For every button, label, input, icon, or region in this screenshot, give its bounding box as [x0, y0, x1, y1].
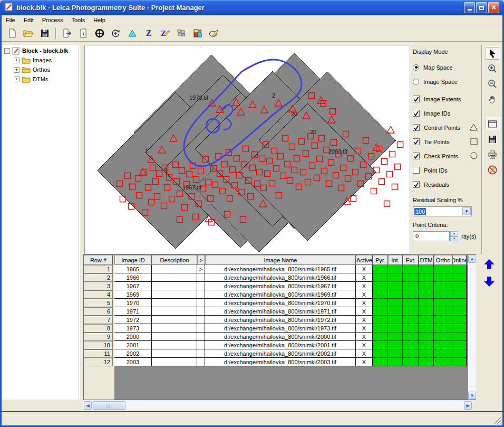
pan-hand-icon[interactable]	[485, 92, 500, 106]
tree-item-images[interactable]: +Images	[2, 55, 79, 65]
cell-active-flag[interactable]: X	[356, 358, 373, 366]
cell-image-name[interactable]: d:/exchange/mihailovka_800/snimki/1969.t…	[205, 290, 356, 299]
point-criteria-input[interactable]: 0	[413, 231, 450, 241]
status-cell-int[interactable]	[388, 341, 403, 349]
export-page-icon[interactable]	[60, 26, 74, 40]
cell-image-name[interactable]: d:/exchange/mihailovka_800/snimki/1966.t…	[205, 273, 356, 282]
row-number-button[interactable]: 9	[84, 333, 113, 341]
status-cell-int[interactable]	[388, 265, 403, 273]
maximize-button[interactable]	[476, 2, 487, 13]
status-cell-pyr[interactable]	[373, 333, 388, 341]
cell-description[interactable]	[152, 324, 197, 333]
cell-description[interactable]	[152, 290, 197, 299]
cell-active-flag[interactable]: X	[356, 282, 373, 290]
status-cell-pyr[interactable]	[373, 299, 388, 307]
windows-cluster-icon[interactable]	[174, 26, 189, 40]
status-cell-dtm[interactable]	[419, 299, 434, 307]
status-cell-dtm[interactable]	[419, 333, 434, 341]
cell-current-row-marker[interactable]	[197, 324, 205, 333]
cell-active-flag[interactable]: X	[356, 333, 373, 341]
row-number-button[interactable]: 12	[84, 358, 113, 366]
row-number-button[interactable]: 8	[84, 324, 113, 333]
cell-description[interactable]	[152, 341, 197, 349]
status-cell-dtm[interactable]	[419, 290, 434, 299]
checkbox-image-extents[interactable]: Image Extents	[411, 92, 480, 106]
status-cell-pyr[interactable]	[373, 265, 388, 273]
status-cell-ortho[interactable]	[434, 333, 452, 341]
cell-image-id[interactable]: 2003	[114, 358, 152, 366]
status-cell-online[interactable]	[452, 273, 467, 282]
cell-image-id[interactable]: 1973	[114, 324, 152, 333]
menu-item-process[interactable]: Process	[38, 16, 67, 24]
status-cell-online[interactable]	[452, 299, 467, 307]
status-cell-int[interactable]	[388, 316, 403, 324]
cell-image-id[interactable]: 1972	[114, 316, 152, 324]
status-cell-online[interactable]	[452, 324, 467, 333]
status-cell-online[interactable]	[452, 316, 467, 324]
expand-icon[interactable]: +	[14, 77, 20, 82]
z-letter-icon[interactable]: Z	[141, 26, 156, 40]
cell-active-flag[interactable]: X	[356, 349, 373, 358]
cell-current-row-marker[interactable]	[197, 290, 205, 299]
cell-image-id[interactable]: 2001	[114, 341, 152, 349]
cell-current-row-marker[interactable]	[197, 282, 205, 290]
cell-active-flag[interactable]: X	[356, 273, 373, 282]
status-cell-ext[interactable]	[403, 316, 419, 324]
column-header-[interactable]: >	[197, 255, 205, 265]
new-document-icon[interactable]	[5, 26, 20, 40]
cell-image-id[interactable]: 1965	[114, 265, 152, 273]
cell-image-name[interactable]: d:/exchange/mihailovka_800/snimki/2002.t…	[205, 349, 356, 358]
expand-icon[interactable]: +	[14, 58, 20, 63]
status-cell-ortho[interactable]	[434, 299, 452, 307]
cell-image-name[interactable]: d:/exchange/mihailovka_800/snimki/1971.t…	[205, 307, 356, 316]
status-cell-ortho[interactable]	[434, 265, 452, 273]
cell-current-row-marker[interactable]	[197, 316, 205, 324]
map-canvas[interactable]: 1973.tif1967.tif2003.tif2202011	[85, 45, 410, 254]
color-squares-icon[interactable]	[190, 26, 205, 40]
cell-image-id[interactable]: 1969	[114, 290, 152, 299]
checkbox-image-ids[interactable]: Image IDs	[411, 106, 480, 120]
cell-active-flag[interactable]: X	[356, 299, 373, 307]
radio-icon[interactable]	[413, 64, 419, 71]
status-cell-pyr[interactable]	[373, 341, 388, 349]
zoom-out-icon[interactable]	[485, 77, 500, 91]
radio-image-space[interactable]: Image Space	[411, 74, 480, 89]
scrollbar-thumb[interactable]: ||||	[93, 401, 125, 410]
residual-scaling-combo[interactable]: 100 ▼	[413, 206, 472, 216]
status-cell-int[interactable]	[388, 349, 403, 358]
status-cell-ortho[interactable]	[434, 349, 452, 358]
status-cell-int[interactable]	[388, 290, 403, 299]
scroll-up-icon[interactable]: ▲	[468, 255, 476, 263]
status-cell-ext[interactable]	[403, 290, 419, 299]
row-number-button[interactable]: 5	[84, 299, 113, 307]
column-header-imagename[interactable]: Image Name	[205, 255, 356, 265]
cell-current-row-marker[interactable]	[197, 273, 205, 282]
status-cell-ext[interactable]	[403, 341, 419, 349]
cell-current-row-marker[interactable]	[197, 358, 205, 366]
cell-description[interactable]	[152, 316, 197, 324]
cell-active-flag[interactable]: X	[356, 316, 373, 324]
column-header-int[interactable]: Int.	[388, 255, 403, 265]
column-header-online[interactable]: Online	[452, 255, 467, 265]
row-number-button[interactable]: 7	[84, 316, 113, 324]
status-cell-ext[interactable]	[403, 349, 419, 358]
cell-image-id[interactable]: 1970	[114, 299, 152, 307]
row-number-button[interactable]: 1	[84, 265, 113, 273]
checkbox-control-points[interactable]: Control Points	[411, 120, 480, 135]
triangle-icon[interactable]	[125, 26, 140, 40]
info-page-icon[interactable]: i	[76, 26, 91, 40]
status-cell-pyr[interactable]	[373, 290, 388, 299]
crosshair-circle-icon[interactable]	[92, 26, 107, 40]
cell-current-row-marker[interactable]	[197, 307, 205, 316]
status-cell-online[interactable]	[452, 265, 467, 273]
cell-image-id[interactable]: 2000	[114, 333, 152, 341]
checkbox-icon[interactable]	[413, 110, 420, 117]
map-view[interactable]: 1973.tif1967.tif2003.tif2202011	[84, 45, 410, 254]
status-cell-ortho[interactable]	[434, 307, 452, 316]
checkbox-icon[interactable]	[413, 167, 420, 174]
status-cell-int[interactable]	[388, 282, 403, 290]
menu-item-help[interactable]: Help	[89, 16, 110, 24]
status-cell-ext[interactable]	[403, 265, 419, 273]
tree-root-block[interactable]: −Block - block.blk	[2, 46, 79, 55]
status-cell-pyr[interactable]	[373, 307, 388, 316]
